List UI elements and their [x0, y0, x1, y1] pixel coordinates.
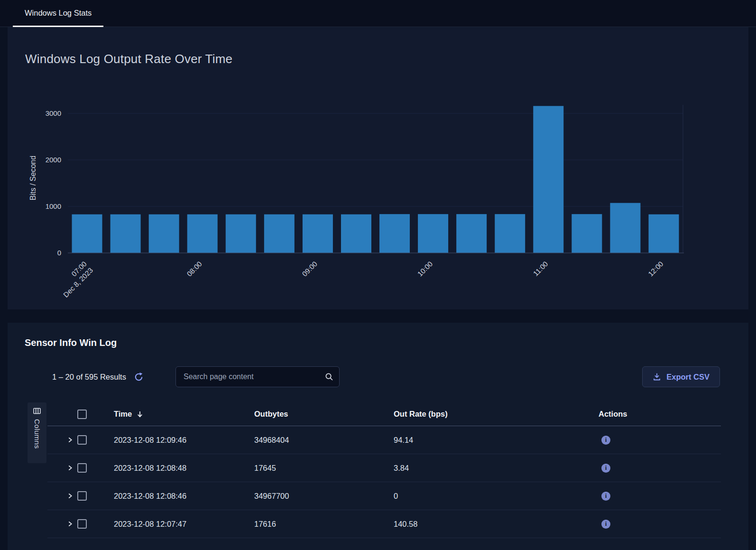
column-header-actions: Actions	[599, 410, 721, 419]
chart-bar	[572, 214, 602, 253]
cell-out-rate: 94.14	[394, 436, 599, 445]
x-tick-label: 11:00	[532, 260, 550, 278]
cell-outbytes: 34967700	[254, 492, 394, 501]
cell-time: 2023-12-08 12:07:47	[114, 520, 254, 529]
column-header-time[interactable]: Time	[114, 410, 254, 419]
x-tick-label: 10:00	[416, 260, 434, 278]
chart-bar	[533, 106, 563, 253]
chart-bar	[72, 214, 102, 253]
bar-chart: 010002000300007:00Dec 8, 202308:0009:001…	[8, 27, 748, 309]
chart-bar	[610, 203, 640, 253]
cell-outbytes: 17616	[254, 520, 394, 529]
chevron-right-icon	[67, 493, 73, 499]
cell-time: 2023-12-08 12:09:46	[114, 436, 254, 445]
x-tick-label: 12:00	[646, 260, 665, 278]
results-count: 1 – 20 of 595 Results	[52, 373, 126, 382]
chevron-right-icon	[67, 465, 73, 471]
cell-outbytes: 17645	[254, 464, 394, 473]
row-info-button[interactable]: i	[601, 436, 610, 445]
table-row: 2023-12-08 12:08:46 34967700 0 i	[47, 482, 721, 510]
column-header-outbytes[interactable]: Outbytes	[254, 410, 394, 419]
table-row: 2023-12-08 12:07:47 17616 140.58 i	[47, 510, 721, 538]
table-row: 2023-12-08 12:09:46 34968404 94.14 i	[47, 426, 721, 454]
columns-label: Columns	[33, 419, 41, 449]
search-icon[interactable]	[325, 373, 333, 381]
column-header-out-rate[interactable]: Out Rate (bps)	[394, 410, 599, 419]
x-tick-label: 08:00	[185, 260, 203, 278]
y-tick-label: 1000	[46, 202, 61, 210]
expand-row-button[interactable]	[67, 521, 73, 527]
chart-bar	[379, 214, 410, 253]
cell-outbytes: 34968404	[254, 436, 394, 445]
chart-bar	[303, 214, 333, 253]
expand-row-button[interactable]	[67, 493, 73, 499]
chart-bar	[264, 214, 295, 253]
chart-bar	[341, 214, 371, 253]
row-checkbox[interactable]	[77, 463, 87, 473]
refresh-button[interactable]	[134, 372, 144, 382]
row-checkbox[interactable]	[77, 491, 87, 501]
export-csv-label: Export CSV	[666, 373, 710, 382]
table-row: 2023-12-08 12:08:48 17645 3.84 i	[47, 454, 721, 482]
tab-windows-log-stats[interactable]: Windows Log Stats	[13, 0, 103, 27]
refresh-icon	[134, 372, 144, 382]
section-title: Sensor Info Win Log	[25, 337, 117, 348]
chart-bar	[648, 214, 679, 253]
row-info-button[interactable]: i	[601, 464, 610, 473]
expand-row-button[interactable]	[67, 437, 73, 443]
select-all-checkbox[interactable]	[77, 410, 87, 419]
y-tick-label: 0	[57, 249, 61, 257]
chart-bar	[418, 214, 448, 253]
search-container	[175, 366, 340, 387]
chart-panel: Windows Log Output Rate Over Time Bits /…	[8, 27, 748, 309]
y-tick-label: 2000	[46, 156, 61, 164]
chevron-right-icon	[67, 521, 73, 527]
cell-out-rate: 140.58	[394, 520, 599, 529]
cell-time: 2023-12-08 12:08:48	[114, 464, 254, 473]
tab-bar: Windows Log Stats	[0, 0, 756, 27]
time-header-label: Time	[114, 410, 132, 419]
y-tick-label: 3000	[46, 109, 61, 117]
row-info-button[interactable]: i	[601, 492, 610, 501]
chart-bar	[111, 214, 141, 253]
row-checkbox[interactable]	[77, 435, 87, 445]
table-header-row: Time Outbytes Out Rate (bps) Actions	[47, 402, 721, 426]
download-icon	[653, 373, 661, 381]
chart-bar	[226, 214, 256, 253]
columns-icon	[33, 407, 41, 415]
cell-out-rate: 0	[394, 492, 599, 501]
row-checkbox[interactable]	[77, 519, 87, 529]
chevron-right-icon	[67, 437, 73, 443]
x-tick-label: 09:00	[300, 260, 319, 278]
sort-descending-icon[interactable]	[137, 410, 143, 418]
columns-picker-button[interactable]: Columns	[28, 402, 46, 463]
cell-out-rate: 3.84	[394, 464, 599, 473]
export-csv-button[interactable]: Export CSV	[642, 366, 720, 387]
chart-bar	[456, 214, 487, 253]
row-info-button[interactable]: i	[601, 520, 610, 529]
results-table: Time Outbytes Out Rate (bps) Actions 202…	[47, 402, 721, 538]
table-panel: Sensor Info Win Log 1 – 20 of 595 Result…	[8, 323, 748, 550]
cell-time: 2023-12-08 12:08:46	[114, 492, 254, 501]
search-input[interactable]	[175, 366, 340, 387]
chart-bar	[149, 214, 179, 253]
chart-bar	[495, 214, 525, 253]
expand-row-button[interactable]	[67, 465, 73, 471]
results-toolbar: 1 – 20 of 595 Results	[52, 366, 144, 387]
chart-bar	[187, 214, 218, 253]
